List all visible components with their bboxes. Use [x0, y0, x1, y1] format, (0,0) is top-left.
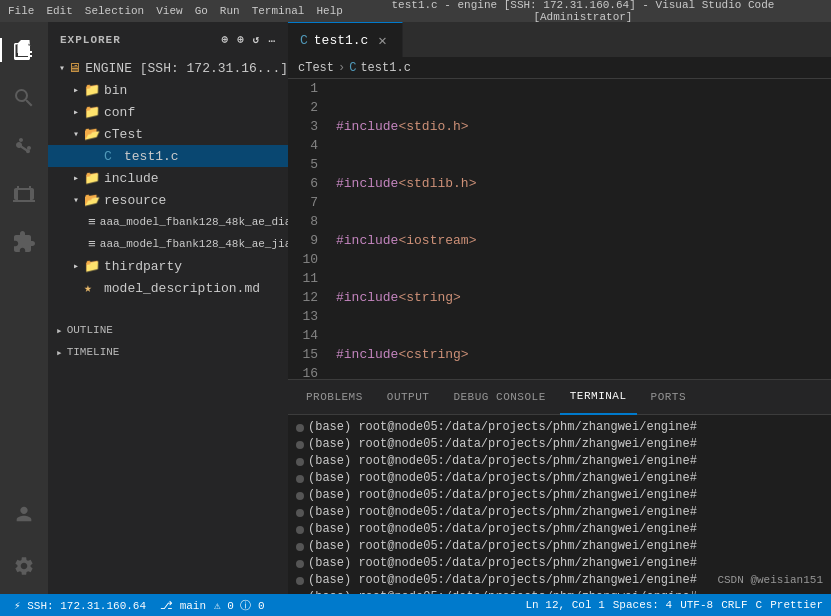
terminal-dot [296, 543, 304, 551]
settings-activity-icon[interactable] [0, 542, 48, 590]
tree-label-include: include [104, 171, 159, 186]
menu-selection[interactable]: Selection [85, 5, 144, 17]
tree-item-resource[interactable]: ▾ 📂 resource [48, 189, 288, 211]
breadcrumb-ctest[interactable]: cTest [298, 61, 334, 75]
tree-label-ctest: cTest [104, 127, 143, 142]
folder-icon: 📁 [84, 82, 100, 98]
c-tab-icon: C [300, 33, 308, 48]
outline-label: OUTLINE [67, 324, 113, 336]
tree-item-aaa1[interactable]: ≡ aaa_model_fbank128_48k_ae_dianji... [48, 211, 288, 233]
panel-tab-ports[interactable]: PORTS [641, 380, 697, 415]
panel-tab-problems[interactable]: PROBLEMS [296, 380, 373, 415]
folder-open-icon: 📂 [84, 192, 100, 208]
tree-label-aaa1: aaa_model_fbank128_48k_ae_dianji... [100, 216, 288, 228]
main-layout: EXPLORER ⊕ ⊕ ↺ … ▾ 🖥 ENGINE [SSH: 172.31… [0, 22, 831, 594]
panel-tab-debug[interactable]: DEBUG CONSOLE [443, 380, 555, 415]
tree-item-ctest[interactable]: ▾ 📂 cTest [48, 123, 288, 145]
tree-label-resource: resource [104, 193, 166, 208]
menu-file[interactable]: File [8, 5, 34, 17]
terminal-line-2: (base) root@node05:/data/projects/phm/zh… [296, 436, 823, 453]
tree-label-model-desc: model_description.md [104, 281, 260, 296]
more-actions-icon[interactable]: … [268, 33, 276, 46]
status-eol[interactable]: CRLF [721, 599, 747, 611]
title-bar: File Edit Selection View Go Run Terminal… [0, 0, 831, 22]
folder-open-icon: 📂 [84, 126, 100, 142]
terminal-dot [296, 526, 304, 534]
folder-icon: 🖥 [68, 61, 81, 76]
outline-section[interactable]: ▸ OUTLINE [48, 319, 288, 341]
status-spaces[interactable]: Spaces: 4 [613, 599, 672, 611]
tree-label-aaa2: aaa_model_fbank128_48k_ae_jians... [100, 238, 288, 250]
menu-help[interactable]: Help [316, 5, 342, 17]
status-encoding[interactable]: UTF-8 [680, 599, 713, 611]
menu-bar[interactable]: File Edit Selection View Go Run Terminal… [8, 5, 343, 17]
chevron-down-icon: ▾ [68, 194, 84, 206]
code-line-3: #include <iostream> [336, 231, 831, 250]
status-position[interactable]: Ln 12, Col 1 [526, 599, 605, 611]
status-ssh[interactable]: ⚡ SSH: 172.31.160.64 [8, 599, 152, 612]
terminal-line-1: (base) root@node05:/data/projects/phm/zh… [296, 419, 823, 436]
new-file-icon[interactable]: ⊕ [222, 33, 230, 46]
chevron-right-icon: ▸ [68, 106, 84, 118]
tree-item-thirdparty[interactable]: ▸ 📁 thirdparty [48, 255, 288, 277]
status-errors[interactable]: ⚠ 0 ⓘ 0 [214, 598, 265, 613]
terminal-line-7: (base) root@node05:/data/projects/phm/zh… [296, 521, 823, 538]
tree-item-test1c[interactable]: C test1.c [48, 145, 288, 167]
tree-item-include[interactable]: ▸ 📁 include [48, 167, 288, 189]
scm-activity-icon[interactable] [0, 122, 48, 170]
folder-icon: 📁 [84, 170, 100, 186]
tree-item-bin[interactable]: ▸ 📁 bin [48, 79, 288, 101]
debug-activity-icon[interactable] [0, 170, 48, 218]
code-line-4: #include <string> [336, 288, 831, 307]
panel-tab-terminal[interactable]: TERMINAL [560, 380, 637, 415]
sidebar-header-icons[interactable]: ⊕ ⊕ ↺ … [222, 33, 276, 46]
terminal-dot [296, 577, 304, 585]
folder-icon: 📁 [84, 104, 100, 120]
tree-root[interactable]: ▾ 🖥 ENGINE [SSH: 172.31.16...] [48, 57, 288, 79]
terminal-dot [296, 441, 304, 449]
menu-view[interactable]: View [156, 5, 182, 17]
panel-tab-output[interactable]: OUTPUT [377, 380, 440, 415]
terminal-dot [296, 509, 304, 517]
terminal-line-9: (base) root@node05:/data/projects/phm/zh… [296, 555, 823, 572]
sidebar-header: EXPLORER ⊕ ⊕ ↺ … [48, 22, 288, 57]
breadcrumb-file-icon: C [349, 61, 356, 75]
status-formatter[interactable]: Prettier [770, 599, 823, 611]
status-branch[interactable]: ⎇ main [160, 599, 206, 612]
new-folder-icon[interactable]: ⊕ [237, 33, 245, 46]
tabs-bar: C test1.c ✕ [288, 22, 831, 57]
terminal-content[interactable]: (base) root@node05:/data/projects/phm/zh… [288, 415, 831, 594]
code-line-2: #include <stdlib.h> [336, 174, 831, 193]
breadcrumb-test1c[interactable]: test1.c [360, 61, 410, 75]
terminal-line-4: (base) root@node05:/data/projects/phm/zh… [296, 470, 823, 487]
md-file-icon: ★ [84, 280, 100, 296]
code-content[interactable]: #include <stdio.h> #include <stdlib.h> #… [328, 79, 831, 379]
menu-go[interactable]: Go [195, 5, 208, 17]
tab-test1c[interactable]: C test1.c ✕ [288, 22, 403, 57]
tree-item-model-desc[interactable]: ★ model_description.md [48, 277, 288, 299]
status-bar-right: Ln 12, Col 1 Spaces: 4 UTF-8 CRLF C Pret… [526, 599, 823, 611]
refresh-icon[interactable]: ↺ [253, 33, 261, 46]
chevron-down-icon: ▾ [68, 128, 84, 140]
code-editor[interactable]: 1 2 3 4 5 6 7 8 9 10 11 12 13 14 15 16 1… [288, 79, 831, 379]
menu-terminal[interactable]: Terminal [252, 5, 305, 17]
explorer-activity-icon[interactable] [0, 26, 48, 74]
watermark: CSDN @weisian151 [717, 574, 823, 586]
tree-item-aaa2[interactable]: ≡ aaa_model_fbank128_48k_ae_jians... [48, 233, 288, 255]
extensions-activity-icon[interactable] [0, 218, 48, 266]
menu-run[interactable]: Run [220, 5, 240, 17]
tree-item-conf[interactable]: ▸ 📁 conf [48, 101, 288, 123]
sidebar: EXPLORER ⊕ ⊕ ↺ … ▾ 🖥 ENGINE [SSH: 172.31… [48, 22, 288, 594]
tree-label-conf: conf [104, 105, 135, 120]
chevron-right-icon: ▸ [68, 84, 84, 96]
search-activity-icon[interactable] [0, 74, 48, 122]
timeline-section[interactable]: ▸ TIMELINE [48, 341, 288, 363]
terminal-dot [296, 458, 304, 466]
account-activity-icon[interactable] [0, 490, 48, 538]
line-numbers: 1 2 3 4 5 6 7 8 9 10 11 12 13 14 15 16 1… [288, 79, 328, 379]
menu-edit[interactable]: Edit [46, 5, 72, 17]
status-language[interactable]: C [756, 599, 763, 611]
terminal-dot [296, 424, 304, 432]
tab-close-test1c[interactable]: ✕ [374, 32, 390, 48]
terminal-dot [296, 492, 304, 500]
